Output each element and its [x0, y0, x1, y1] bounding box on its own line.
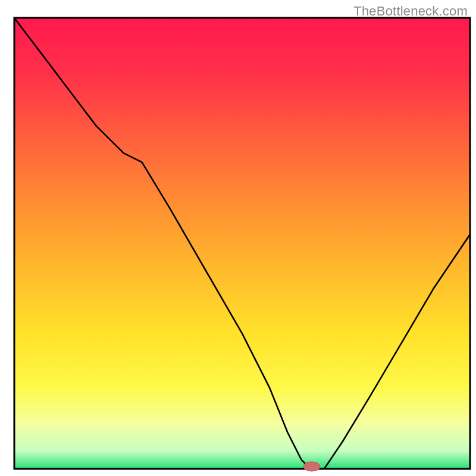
bottleneck-chart-svg — [0, 0, 476, 476]
chart-container: { "watermark": "TheBottleneck.com", "plo… — [0, 0, 476, 476]
watermark-text: TheBottleneck.com — [353, 4, 468, 19]
optimal-marker — [303, 462, 320, 471]
gradient-background — [14, 18, 470, 469]
